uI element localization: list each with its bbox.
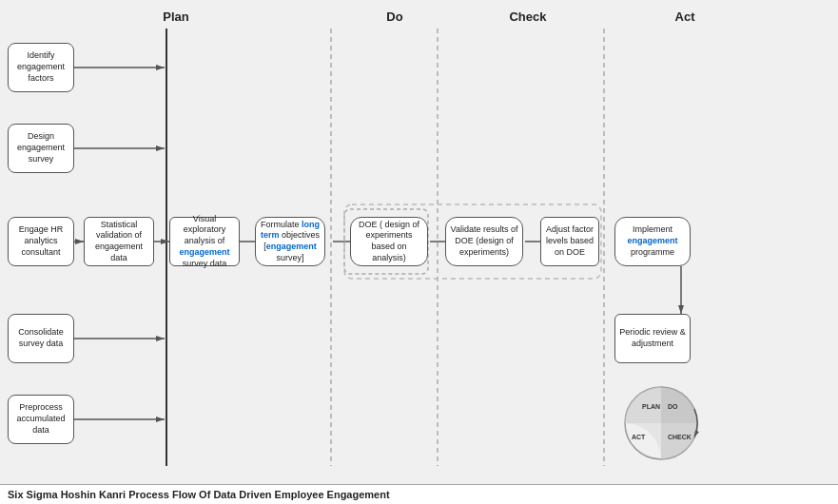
check-label: Check xyxy=(509,10,547,24)
svg-text:PLAN: PLAN xyxy=(642,403,660,410)
box-visual: Visual exploratory analysis of engagemen… xyxy=(169,217,240,266)
box-design: Design engagement survey xyxy=(8,124,74,173)
diagram-area: Plan Do Check Act xyxy=(0,0,838,484)
svg-text:ACT: ACT xyxy=(632,434,646,440)
do-label: Do xyxy=(386,10,402,24)
act-label: Act xyxy=(675,10,696,24)
plan-label: Plan xyxy=(163,10,189,24)
box-consolidate: Consolidate survey data xyxy=(8,314,74,363)
svg-text:DO: DO xyxy=(668,403,678,410)
footer: Six Sigma Hoshin Kanri Process Flow Of D… xyxy=(0,484,838,504)
box-adjust: Adjust factor levels based on DOE xyxy=(540,217,599,266)
box-engage: Engage HR analytics consultant xyxy=(8,217,74,266)
main-container: Plan Do Check Act xyxy=(0,0,838,504)
box-formulate: Formulate long term objectives [engageme… xyxy=(255,217,325,266)
box-preprocess: Preprocess accumulated data xyxy=(8,395,74,444)
pdca-cycle: PLAN DO CHECK ACT xyxy=(618,380,704,461)
box-periodic: Periodic review & adjustment xyxy=(614,314,691,363)
box-doe: DOE ( design of experiments based on ana… xyxy=(350,217,428,266)
box-validate: Validate results of DOE (design of exper… xyxy=(445,217,523,266)
box-implement: Implement engagement programme xyxy=(614,217,691,266)
svg-text:CHECK: CHECK xyxy=(668,434,692,440)
box-identify: Identify engagement factors xyxy=(8,43,74,92)
box-statistical: Statistical validation of engagement dat… xyxy=(84,217,154,266)
footer-text: Six Sigma Hoshin Kanri Process Flow Of D… xyxy=(8,489,390,500)
